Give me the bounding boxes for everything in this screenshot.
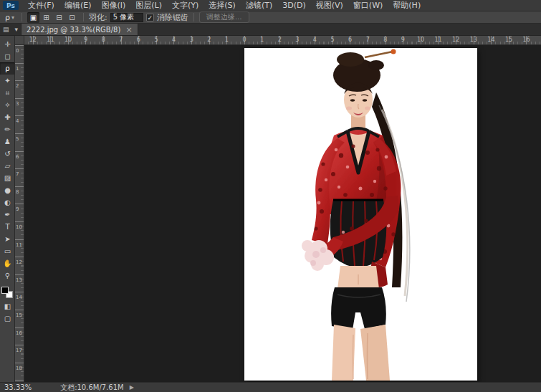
document-tab[interactable]: 2222.jpg @ 33.3%(RGB/8) × (21, 24, 138, 35)
pen-icon: ✒ (4, 209, 10, 221)
ruler-number: 10 (417, 37, 424, 43)
menu-filter[interactable]: 滤镜(T) (241, 0, 277, 11)
menu-window[interactable]: 窗口(W) (348, 0, 388, 11)
brush-icon: ✏ (4, 123, 10, 135)
ruler-number: 4 (16, 118, 19, 124)
feather-input[interactable] (110, 13, 143, 22)
menu-view[interactable]: 视图(V) (311, 0, 348, 11)
ruler-number: 9 (84, 37, 87, 43)
chevron-down-icon: ▾ (11, 14, 14, 21)
ruler-number: 6 (16, 154, 19, 160)
tab-close-icon[interactable]: × (125, 26, 132, 34)
tool-dodge[interactable]: ◐ (0, 196, 15, 209)
clone-stamp-icon: ♟ (4, 135, 11, 148)
menu-layer[interactable]: 图层(L) (130, 0, 167, 11)
path-selection-icon: ➤ (4, 233, 10, 245)
menu-items: 文件(F)编辑(E)图像(I)图层(L)文字(Y)选择(S)滤镜(T)3D(D)… (23, 0, 426, 11)
chevron-down-icon[interactable]: ▾ (12, 24, 21, 35)
crop-icon: ⌗ (6, 87, 10, 99)
ruler-number: 6 (137, 37, 140, 43)
status-popup-arrow-icon[interactable]: ▶ (130, 384, 134, 391)
ruler-number: 12 (452, 37, 459, 43)
ruler-number: 1 (16, 66, 19, 72)
tools-panel: ✛◻ρ✦⌗✧✚✏♟↺▱▨●◐✒T➤▭✋⚲ ◧▢ (0, 36, 15, 382)
ruler-number: 3 (190, 37, 193, 43)
dodge-icon: ◐ (4, 196, 11, 209)
divider (193, 13, 194, 21)
add-to-selection-icon[interactable]: ⊞ (40, 12, 52, 23)
ruler-number: 14 (487, 37, 494, 43)
tool-history-brush[interactable]: ↺ (0, 148, 15, 160)
lasso-icon: ρ (5, 62, 9, 75)
tool-quick-mask[interactable]: ◧ (0, 300, 15, 312)
ruler-number: 8 (383, 37, 387, 43)
new-selection-icon[interactable]: ▣ (27, 12, 39, 23)
ruler-number: 8 (16, 189, 19, 195)
menu-3d[interactable]: 3D(D) (277, 0, 311, 11)
refine-edge-button[interactable]: 调整边缘… (199, 11, 249, 23)
ruler-number: 4 (313, 37, 317, 43)
ruler-number: 4 (172, 37, 176, 43)
document-image[interactable] (244, 48, 477, 381)
options-bar: ρ ▾ ▣⊞⊟⊡ 羽化: ✓ 消除锯齿 调整边缘… (0, 11, 541, 24)
tool-eyedropper[interactable]: ✧ (0, 99, 15, 111)
tool-crop[interactable]: ⌗ (0, 87, 15, 99)
ruler-number: 12 (16, 259, 22, 265)
color-swatches[interactable] (1, 287, 13, 298)
tool-brush[interactable]: ✏ (0, 123, 15, 135)
horizontal-ruler[interactable]: 1312111098765432101234567891011121314151… (15, 36, 541, 45)
menu-edit[interactable]: 编辑(E) (59, 0, 97, 11)
tool-move[interactable]: ✛ (0, 38, 15, 50)
tool-gradient[interactable]: ▨ (0, 172, 15, 184)
ruler-number: 5 (154, 37, 158, 43)
tool-preset-picker[interactable]: ρ ▾ (3, 12, 16, 23)
tool-spot-healing-brush[interactable]: ✚ (0, 111, 15, 123)
tool-lasso[interactable]: ρ (0, 62, 15, 75)
tool-quick-selection[interactable]: ✦ (0, 75, 15, 87)
menu-file[interactable]: 文件(F) (23, 0, 59, 11)
tool-clone-stamp[interactable]: ♟ (0, 135, 15, 148)
vertical-ruler[interactable]: 012345678910111213141516171819 (15, 45, 24, 382)
tool-pen[interactable]: ✒ (0, 209, 15, 221)
tool-path-selection[interactable]: ➤ (0, 233, 15, 245)
tool-zoom[interactable]: ⚲ (0, 269, 15, 282)
subtract-from-selection-icon[interactable]: ⊟ (53, 12, 65, 23)
photoshop-logo: Ps (3, 1, 19, 10)
ruler-number: 14 (16, 295, 22, 300)
ruler-number: 2 (16, 83, 19, 89)
antialias-checkbox[interactable]: ✓ (146, 14, 154, 21)
tool-rectangle-shape[interactable]: ▭ (0, 245, 15, 257)
ruler-number: 12 (29, 37, 37, 43)
canvas-area[interactable] (24, 45, 541, 382)
ruler-number: 5 (330, 37, 334, 43)
menu-type[interactable]: 文字(Y) (167, 0, 204, 11)
status-bar: 33.33% 文档:10.6M/7.61M ▶ (0, 382, 541, 392)
menu-help[interactable]: 帮助(H) (388, 0, 426, 11)
ruler-number: 10 (16, 224, 22, 230)
selection-mode-group: ▣⊞⊟⊡ (27, 12, 78, 23)
ruler-number: 15 (505, 37, 512, 43)
foreground-color-swatch[interactable] (1, 287, 9, 294)
ruler-corner (15, 36, 24, 45)
grid-icon[interactable]: ▤ (0, 24, 12, 35)
tool-rectangular-marquee[interactable]: ◻ (0, 50, 15, 62)
history-brush-icon: ↺ (4, 148, 10, 160)
gradient-icon: ▨ (4, 172, 11, 184)
menu-image[interactable]: 图像(I) (96, 0, 130, 11)
intersect-selection-icon[interactable]: ⊡ (66, 12, 78, 23)
tool-eraser[interactable]: ▱ (0, 160, 15, 172)
menu-select[interactable]: 选择(S) (204, 0, 241, 11)
ruler-number: 11 (16, 242, 22, 248)
divider (83, 13, 84, 21)
document-tab-bar: ▤ ▾ 2222.jpg @ 33.3%(RGB/8) × (0, 24, 541, 36)
zoom-level-field[interactable]: 33.33% (4, 383, 32, 391)
tool-screen-mode[interactable]: ▢ (0, 312, 15, 325)
ruler-number: 9 (401, 37, 405, 43)
rendered-figure (244, 48, 477, 381)
tool-horizontal-type[interactable]: T (0, 221, 15, 233)
tool-hand[interactable]: ✋ (0, 257, 15, 269)
ruler-number: 9 (16, 206, 19, 212)
ruler-number: 15 (16, 312, 22, 318)
tool-blur[interactable]: ● (0, 184, 15, 196)
ruler-number: 8 (102, 37, 105, 43)
